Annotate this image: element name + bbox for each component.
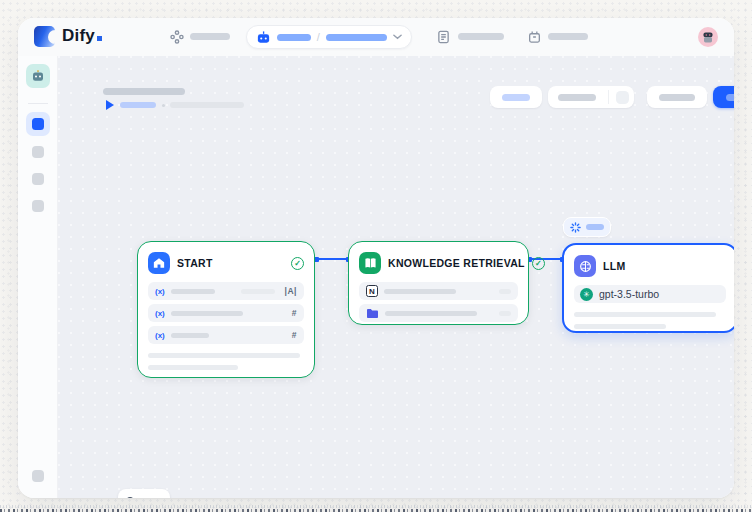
sidebar-divider [28, 103, 48, 104]
folder-icon [366, 308, 379, 319]
zoom-search-icon [125, 496, 137, 498]
run-meta-dot [162, 104, 165, 107]
zoom-control[interactable] [118, 489, 170, 498]
node-title: START [177, 257, 213, 269]
dify-app-window: Dify / [18, 18, 734, 498]
split-divider [608, 90, 609, 104]
notion-icon: N [366, 285, 378, 297]
orchestrate-icon [32, 118, 44, 130]
sidebar-item-orchestrate-active[interactable] [26, 112, 50, 136]
spinner-icon [570, 222, 581, 233]
variable-icon: (x) [155, 309, 165, 318]
node-llm-header: LLM [574, 254, 726, 278]
app-header: Dify / [18, 18, 734, 56]
llm-running-badge [563, 217, 611, 237]
desktop-background: Dify / [0, 0, 752, 512]
variable-icon: (x) [155, 331, 165, 340]
node-start[interactable]: START ✓ (x) |A| (x) # (x) # [137, 241, 315, 378]
home-icon [148, 252, 170, 274]
sidebar-item-bottom[interactable] [32, 470, 44, 482]
edge-start-knowledge[interactable] [316, 258, 349, 260]
nav-label-skeleton[interactable] [190, 33, 230, 40]
dify-logo-text: Dify [62, 26, 102, 46]
docs-icon[interactable] [437, 30, 450, 44]
node-desc-skeleton [574, 324, 666, 329]
toolbar-button-1[interactable] [490, 86, 542, 108]
breadcrumb-separator: / [317, 31, 320, 43]
node-llm[interactable]: LLM ✳ gpt-3.5-turbo [562, 243, 734, 333]
workflow-title-skeleton [103, 88, 185, 95]
app-breadcrumb-switcher[interactable]: / [246, 25, 412, 49]
model-name: gpt-3.5-turbo [599, 288, 659, 300]
number-type-icon: # [292, 308, 297, 318]
left-icon-rail [18, 56, 58, 498]
split-menu-button[interactable] [616, 91, 629, 104]
node-knowledge-header: KNOWLEDGE RETRIEVAL ✓ [359, 251, 518, 275]
node-desc-skeleton [148, 365, 238, 370]
string-type-icon: |A| [285, 286, 297, 296]
bot-icon [256, 30, 271, 45]
toolbar-button-3[interactable] [647, 86, 707, 108]
variable-icon: (x) [155, 287, 165, 296]
node-desc-skeleton [148, 353, 300, 358]
node-title: KNOWLEDGE RETRIEVAL [388, 257, 525, 269]
sidebar-item-4[interactable] [32, 200, 44, 212]
brand-name: Dify [62, 26, 95, 45]
screen-edge-noise [0, 499, 752, 512]
app-avatar-robot-icon[interactable] [26, 64, 50, 88]
node-desc-skeleton [574, 312, 716, 317]
knowledge-dataset-row[interactable] [359, 304, 518, 322]
start-variable-row[interactable]: (x) # [148, 304, 304, 322]
book-icon [359, 252, 381, 274]
start-variable-row[interactable]: (x) |A| [148, 282, 304, 300]
sidebar-item-2[interactable] [32, 146, 44, 158]
plugins-label-skeleton[interactable] [548, 33, 588, 40]
workflow-canvas[interactable]: START ✓ (x) |A| (x) # (x) # [58, 56, 734, 498]
docs-label-skeleton[interactable] [458, 33, 504, 40]
dify-logo-icon [34, 26, 55, 47]
user-avatar[interactable] [698, 27, 718, 47]
check-circle-icon: ✓ [291, 257, 304, 270]
workspace-name-skeleton [277, 34, 311, 41]
run-play-icon[interactable] [106, 100, 114, 110]
app-name-skeleton [326, 34, 387, 41]
node-title: LLM [603, 260, 625, 272]
openai-icon: ✳ [580, 288, 593, 301]
knowledge-dataset-row[interactable]: N [359, 282, 518, 300]
explore-icon[interactable] [170, 30, 184, 44]
check-circle-icon: ✓ [532, 257, 545, 270]
publish-button[interactable] [713, 86, 734, 108]
node-knowledge-retrieval[interactable]: KNOWLEDGE RETRIEVAL ✓ N [348, 241, 529, 325]
chevron-down-icon [393, 34, 402, 40]
brand-dot [97, 36, 102, 41]
llm-icon [574, 255, 596, 277]
number-type-icon: # [292, 330, 297, 340]
plugins-icon[interactable] [528, 30, 541, 44]
start-variable-row[interactable]: (x) # [148, 326, 304, 344]
run-label-skeleton[interactable] [120, 102, 156, 108]
toolbar-split-button[interactable] [548, 86, 634, 108]
llm-model-row[interactable]: ✳ gpt-3.5-turbo [574, 285, 726, 303]
node-start-header: START ✓ [148, 251, 304, 275]
sidebar-item-3[interactable] [32, 173, 44, 185]
badge-label-skeleton [586, 224, 604, 230]
run-meta-skeleton [170, 102, 244, 108]
